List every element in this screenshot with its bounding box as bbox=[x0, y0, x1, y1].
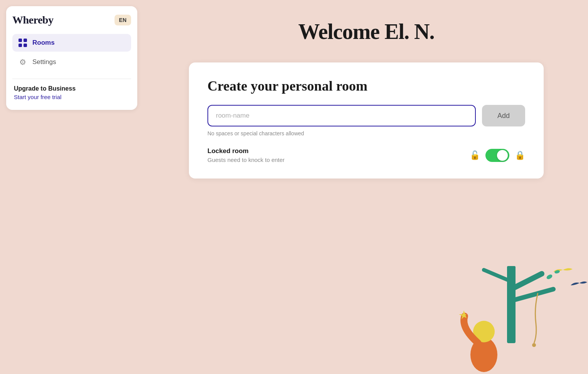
upgrade-section: Upgrade to Business Start your free tria… bbox=[12, 85, 131, 101]
add-button[interactable]: Add bbox=[482, 105, 525, 126]
svg-rect-4 bbox=[507, 266, 516, 278]
svg-line-2 bbox=[511, 289, 553, 301]
locked-room-description: Guests need to knock to enter bbox=[207, 157, 285, 163]
locked-room-info: Locked room Guests need to knock to ente… bbox=[207, 147, 285, 163]
create-room-card: Create your personal room Add No spaces … bbox=[189, 62, 544, 179]
language-button[interactable]: EN bbox=[115, 15, 131, 25]
locked-lock-icon: 🔒 bbox=[515, 150, 525, 160]
sidebar-item-rooms[interactable]: Rooms bbox=[12, 34, 131, 52]
unlocked-lock-icon: 🔓 bbox=[470, 150, 480, 160]
card-title: Create your personal room bbox=[207, 78, 525, 94]
sidebar-divider bbox=[12, 79, 131, 79]
sidebar-item-settings[interactable]: ⚙ Settings bbox=[12, 53, 131, 71]
input-hint: No spaces or special characters allowed bbox=[207, 130, 525, 136]
locked-room-toggle[interactable] bbox=[485, 149, 509, 162]
sidebar-nav: Rooms ⚙ Settings bbox=[12, 34, 131, 71]
toggle-track bbox=[485, 149, 509, 162]
rooms-icon bbox=[18, 38, 28, 48]
sidebar: Whereby EN Rooms ⚙ Settings Upgrade to B… bbox=[6, 6, 137, 110]
room-name-input[interactable] bbox=[207, 105, 476, 126]
gear-icon-wrapper: ⚙ bbox=[18, 57, 28, 67]
upgrade-link[interactable]: Start your free trial bbox=[14, 94, 61, 100]
svg-point-8 bbox=[532, 343, 536, 347]
gear-icon: ⚙ bbox=[19, 57, 26, 67]
svg-line-1 bbox=[511, 274, 542, 289]
sidebar-item-rooms-label: Rooms bbox=[32, 39, 55, 47]
svg-rect-0 bbox=[507, 274, 516, 343]
locked-room-label: Locked room bbox=[207, 147, 285, 155]
room-input-row: Add bbox=[207, 105, 525, 126]
lock-toggle-group: 🔓 🔒 bbox=[470, 149, 525, 162]
toggle-thumb bbox=[497, 150, 508, 161]
welcome-title: Welcome El. N. bbox=[298, 19, 434, 44]
app-logo: Whereby bbox=[12, 14, 53, 26]
sidebar-item-settings-label: Settings bbox=[32, 58, 56, 66]
svg-point-9 bbox=[546, 274, 553, 280]
locked-room-row: Locked room Guests need to knock to ente… bbox=[207, 147, 525, 163]
upgrade-title: Upgrade to Business bbox=[14, 85, 130, 92]
sidebar-header: Whereby EN bbox=[12, 14, 131, 26]
decorative-illustration bbox=[434, 251, 588, 374]
